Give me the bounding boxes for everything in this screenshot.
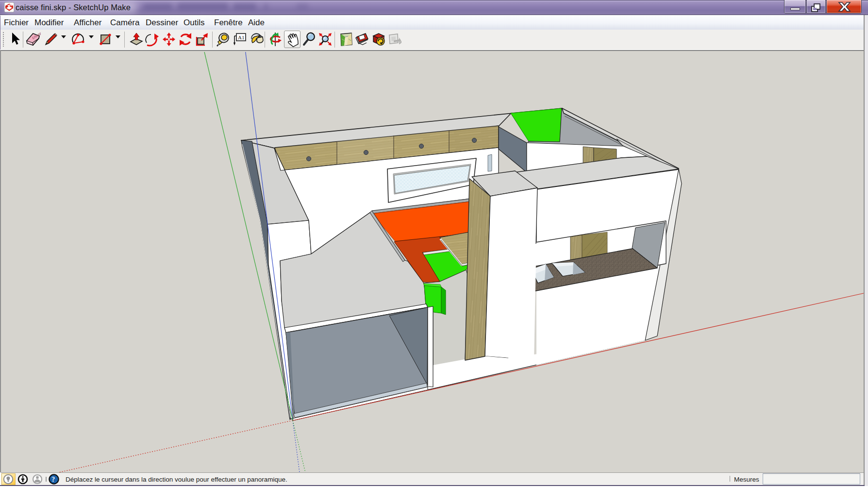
svg-text:?: ? [51, 476, 55, 483]
svg-text:A1: A1 [238, 34, 244, 40]
